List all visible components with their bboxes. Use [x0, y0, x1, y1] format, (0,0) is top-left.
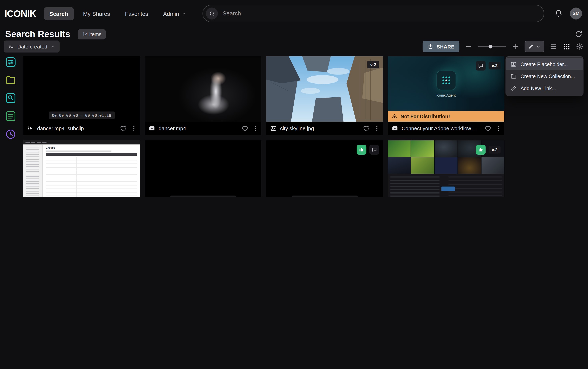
- comments-badge: [476, 61, 486, 71]
- asset-card[interactable]: v.2 Connect your Adobe workflow: [388, 140, 504, 197]
- approved-badge: [357, 145, 366, 155]
- card-footer: city skyline.jpg: [266, 122, 383, 135]
- asset-thumbnail[interactable]: [145, 56, 261, 122]
- asset-title: dancer.mp4: [159, 125, 238, 131]
- chevron-down-icon: [182, 11, 186, 16]
- link-icon: [510, 85, 517, 91]
- thumbs-up-icon: [478, 147, 484, 153]
- asset-thumbnail[interactable]: v.2 iconik Agent Not For Distribution!: [388, 56, 504, 122]
- sidebar-item-collections[interactable]: [5, 74, 16, 86]
- comment-icon: [478, 63, 484, 69]
- video-icon: [148, 125, 155, 132]
- card-footer: dancer.mp4: [145, 122, 261, 135]
- chevron-down-icon: [51, 44, 55, 49]
- thumbnail-badges: v.2: [367, 61, 379, 68]
- agent-label: iconik Agent: [437, 93, 456, 97]
- nav-my-shares[interactable]: My Shares: [78, 7, 116, 20]
- sort-button[interactable]: Date created: [4, 41, 60, 52]
- asset-card[interactable]: 00:00:00:00 – 00:00:01:18 dancer.mp4_sub…: [23, 56, 140, 135]
- asset-card[interactable]: Groups image (25).png: [23, 140, 140, 197]
- asset-title: Connect your Adobe workflow....: [402, 125, 481, 131]
- zoom-in-button[interactable]: [511, 43, 519, 50]
- sidebar-item-saved-searches[interactable]: [5, 92, 16, 104]
- create-menu-button[interactable]: [525, 41, 544, 52]
- nav-favorites[interactable]: Favorites: [119, 7, 154, 20]
- favorite-button[interactable]: [484, 125, 491, 132]
- asset-title: dancer.mp4_subclip: [37, 125, 116, 131]
- left-rail: [0, 56, 21, 140]
- asset-thumbnail[interactable]: 00:00:00:00 – 00:00:00:00: [266, 140, 383, 197]
- asset-thumbnail[interactable]: Groups: [23, 140, 140, 197]
- nav-search[interactable]: Search: [44, 7, 74, 20]
- screenshot-artwork: Groups: [23, 140, 140, 197]
- asset-thumbnail[interactable]: v.2: [266, 56, 383, 122]
- card-footer: dancer.mp4_subclip: [23, 122, 140, 135]
- asset-card[interactable]: 00:00:00:00 – 00:00:00:00 Managing file …: [266, 140, 383, 197]
- asset-card[interactable]: dancer.mp4: [145, 56, 261, 135]
- search-input[interactable]: [223, 10, 538, 17]
- city-skyline-artwork: [266, 56, 383, 122]
- distribution-banner: Not For Distribution!: [388, 111, 504, 122]
- thumbnail-size-slider[interactable]: [478, 44, 506, 49]
- nav-admin[interactable]: Admin: [157, 7, 192, 20]
- favorite-button[interactable]: [120, 125, 127, 132]
- topbar: ICONIK Search My Shares Favorites Admin …: [0, 0, 588, 27]
- notifications-bell-icon[interactable]: [554, 9, 563, 18]
- chevron-down-icon: [536, 44, 541, 49]
- thumbnail-badges: [357, 145, 379, 155]
- screenshot-heading: Groups: [46, 146, 137, 149]
- zoom-out-button[interactable]: [465, 43, 472, 50]
- sidebar-item-filters[interactable]: [5, 56, 16, 68]
- refresh-icon[interactable]: [575, 30, 583, 38]
- approved-badge: [476, 145, 486, 155]
- favorite-button[interactable]: [241, 125, 249, 132]
- global-search[interactable]: [203, 5, 544, 22]
- asset-thumbnail[interactable]: 00:00:00:00 – 00:00:01:18: [23, 56, 140, 122]
- version-badge: v.2: [367, 61, 379, 68]
- search-icon: [206, 7, 218, 20]
- thumbnail-badges: v.2: [476, 61, 500, 71]
- menu-item-label: Create Placeholder...: [520, 61, 568, 67]
- thumbnail-badges: v.2: [476, 145, 500, 155]
- menu-item-add-link[interactable]: Add New Link...: [506, 82, 583, 94]
- more-options-button[interactable]: [495, 125, 502, 132]
- grid-view-button[interactable]: [563, 43, 570, 50]
- asset-card[interactable]: 00:00:00:00 – 00:00:00:00 Subclip title: [145, 140, 261, 197]
- subclip-icon: [27, 125, 34, 132]
- iconik-agent-icon: [436, 70, 456, 90]
- iconik-app: ICONIK Search My Shares Favorites Admin …: [0, 0, 588, 197]
- more-options-button[interactable]: [252, 125, 259, 132]
- banner-label: Not For Distribution!: [401, 113, 450, 119]
- display-settings-gear-icon[interactable]: [576, 43, 583, 50]
- metadata-list-icon: [5, 110, 16, 122]
- list-view-button[interactable]: [550, 43, 557, 50]
- timecode-label: 00:00:00:00 – 00:00:01:18: [49, 111, 115, 119]
- warning-icon: [392, 113, 397, 119]
- asset-thumbnail[interactable]: 00:00:00:00 – 00:00:00:00: [145, 140, 261, 197]
- asset-card[interactable]: v.2 city skyline.jpg: [266, 56, 383, 135]
- nav-admin-label: Admin: [163, 10, 179, 17]
- more-options-button[interactable]: [130, 125, 137, 132]
- app-logo[interactable]: ICONIK: [4, 8, 36, 19]
- user-avatar[interactable]: SM: [570, 7, 582, 20]
- timecode-label: 00:00:00:00 – 00:00:00:00: [292, 195, 358, 197]
- video-icon: [392, 125, 398, 132]
- sort-icon: [8, 43, 14, 50]
- favorite-button[interactable]: [363, 125, 370, 132]
- more-options-button[interactable]: [373, 125, 380, 132]
- thumbs-up-icon: [358, 147, 364, 153]
- sidebar-item-history[interactable]: [5, 128, 16, 140]
- timecode-label: 00:00:00:00 – 00:00:00:00: [170, 195, 236, 197]
- comments-badge: [370, 145, 379, 155]
- sidebar-item-metadata[interactable]: [5, 110, 16, 122]
- share-button[interactable]: SHARE: [423, 41, 460, 52]
- menu-item-create-collection[interactable]: Create New Collection...: [506, 70, 583, 82]
- asset-card[interactable]: v.2 iconik Agent Not For Distribution! C…: [388, 56, 504, 135]
- image-icon: [270, 125, 277, 132]
- placeholder-icon: [510, 61, 517, 67]
- asset-thumbnail[interactable]: v.2: [388, 140, 504, 197]
- menu-item-label: Add New Link...: [520, 85, 556, 91]
- share-icon: [428, 43, 434, 50]
- slider-knob[interactable]: [489, 45, 492, 49]
- menu-item-create-placeholder[interactable]: Create Placeholder...: [506, 58, 583, 70]
